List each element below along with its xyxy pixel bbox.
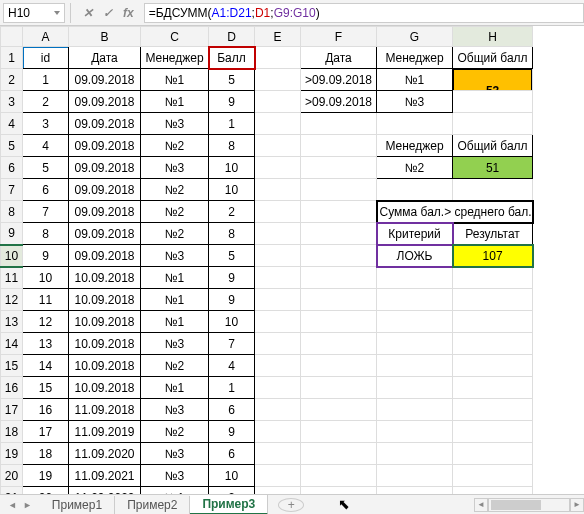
cell[interactable]: №3	[141, 443, 209, 465]
cell[interactable]: 11.09.2019	[69, 421, 141, 443]
cell[interactable]	[301, 245, 377, 267]
rowhdr[interactable]: 6	[1, 157, 23, 179]
rowhdr[interactable]: 13	[1, 311, 23, 333]
rowhdr[interactable]: 9	[1, 223, 23, 245]
rowhdr[interactable]: 14	[1, 333, 23, 355]
cell[interactable]: 11.09.2022	[69, 487, 141, 495]
cell[interactable]: 10.09.2018	[69, 355, 141, 377]
cell[interactable]: 11.09.2020	[69, 443, 141, 465]
cell[interactable]	[301, 289, 377, 311]
cell[interactable]	[377, 267, 453, 289]
cell[interactable]	[255, 487, 301, 495]
cell[interactable]: 107	[453, 245, 533, 267]
cell[interactable]: 9	[209, 421, 255, 443]
cell[interactable]	[301, 443, 377, 465]
cell[interactable]: 16	[23, 399, 69, 421]
cell[interactable]	[255, 465, 301, 487]
add-sheet-button[interactable]: +	[278, 498, 304, 512]
tab-sheet-3[interactable]: Пример3	[190, 495, 268, 515]
cell[interactable]: №2	[141, 179, 209, 201]
cell[interactable]	[453, 399, 533, 421]
rowhdr[interactable]: 16	[1, 377, 23, 399]
cell[interactable]: id	[23, 47, 69, 69]
cancel-icon[interactable]: ✕	[83, 6, 93, 20]
cell[interactable]	[453, 487, 533, 495]
rowhdr[interactable]: 5	[1, 135, 23, 157]
cell[interactable]	[255, 443, 301, 465]
result-53[interactable]: 53	[453, 69, 532, 91]
cell[interactable]	[255, 179, 301, 201]
cell[interactable]: 10	[209, 311, 255, 333]
cell[interactable]: 18	[23, 443, 69, 465]
cell[interactable]	[255, 267, 301, 289]
cell[interactable]: 6	[23, 179, 69, 201]
cell[interactable]: 5	[23, 157, 69, 179]
cell[interactable]	[301, 377, 377, 399]
cell[interactable]	[377, 465, 453, 487]
cell[interactable]	[377, 421, 453, 443]
cell[interactable]: 11.09.2021	[69, 465, 141, 487]
cell[interactable]	[255, 355, 301, 377]
cell[interactable]: 7	[209, 333, 255, 355]
cell[interactable]: 12	[23, 311, 69, 333]
scroll-track[interactable]	[488, 498, 570, 512]
cell[interactable]	[377, 333, 453, 355]
cell[interactable]	[255, 201, 301, 223]
cell[interactable]	[377, 289, 453, 311]
cell[interactable]: Менеджер	[377, 47, 453, 69]
tab-sheet-1[interactable]: Пример1	[40, 496, 115, 514]
cell[interactable]: 09.09.2018	[69, 223, 141, 245]
cell[interactable]: 10.09.2018	[69, 289, 141, 311]
rowhdr[interactable]: 17	[1, 399, 23, 421]
cell[interactable]	[377, 311, 453, 333]
cell[interactable]	[301, 201, 377, 223]
cell[interactable]	[255, 289, 301, 311]
cell[interactable]: 9	[23, 245, 69, 267]
column-headers[interactable]: ABCDEFGH	[1, 27, 533, 47]
cell[interactable]: Дата	[301, 47, 377, 69]
cell[interactable]	[255, 47, 301, 69]
cell[interactable]	[301, 311, 377, 333]
cell[interactable]: 15	[23, 377, 69, 399]
cell[interactable]: №2	[141, 135, 209, 157]
cell[interactable]: 10	[209, 179, 255, 201]
cell[interactable]: №2	[141, 223, 209, 245]
cell[interactable]: 11	[23, 289, 69, 311]
cell[interactable]: 8	[209, 223, 255, 245]
cell[interactable]: Дата	[69, 47, 141, 69]
cell[interactable]: №1	[141, 289, 209, 311]
chevron-down-icon[interactable]	[54, 11, 60, 15]
cell[interactable]	[255, 223, 301, 245]
horizontal-scrollbar[interactable]: ◄ ►	[474, 494, 584, 514]
cell[interactable]: №1	[141, 311, 209, 333]
cell[interactable]: 09.09.2018	[69, 245, 141, 267]
cell[interactable]	[301, 179, 377, 201]
cell[interactable]: 9	[209, 267, 255, 289]
cell[interactable]: Общий балл	[453, 47, 533, 69]
tab-nav-prev[interactable]: ◄	[8, 500, 17, 510]
rowhdr[interactable]: 2	[1, 69, 23, 91]
cell[interactable]	[301, 465, 377, 487]
cell[interactable]	[255, 399, 301, 421]
rowhdr[interactable]: 4	[1, 113, 23, 135]
cell[interactable]: Сумма бал.> среднего бал.	[377, 201, 533, 223]
cell[interactable]: №2	[141, 355, 209, 377]
cell[interactable]: №3	[141, 113, 209, 135]
rowhdr[interactable]: 20	[1, 465, 23, 487]
rowhdr[interactable]: 1	[1, 47, 23, 69]
cell[interactable]	[453, 289, 533, 311]
cell[interactable]	[301, 421, 377, 443]
cell[interactable]	[301, 333, 377, 355]
cell[interactable]: Критерий	[377, 223, 453, 245]
cell[interactable]: >09.09.2018	[301, 69, 377, 91]
cell[interactable]	[255, 91, 301, 113]
enter-icon[interactable]: ✓	[103, 6, 113, 20]
cell[interactable]	[301, 223, 377, 245]
rowhdr[interactable]: 11	[1, 267, 23, 289]
cell[interactable]: №2	[141, 421, 209, 443]
cell[interactable]: 3	[23, 113, 69, 135]
cell[interactable]	[301, 487, 377, 495]
cell[interactable]	[301, 355, 377, 377]
cell[interactable]: Менеджер	[141, 47, 209, 69]
cell[interactable]: №1	[141, 69, 209, 91]
